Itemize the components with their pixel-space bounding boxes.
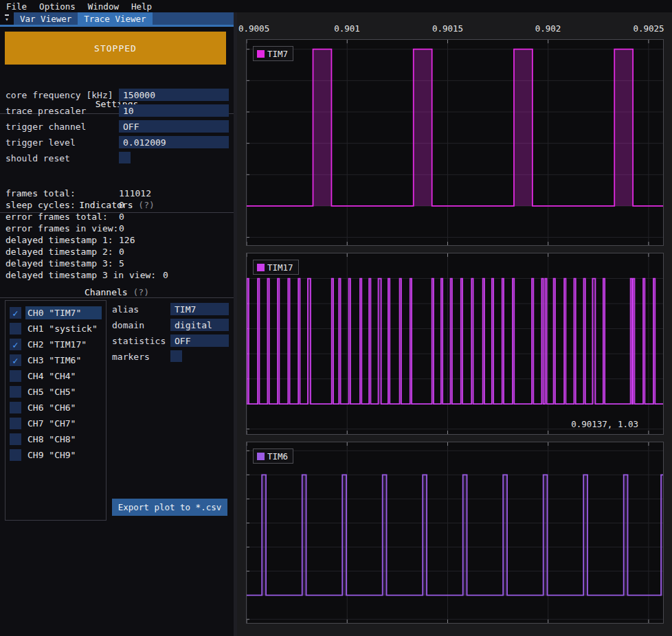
channel-label[interactable]: CH7 "CH7" <box>25 417 102 430</box>
channel-checkbox[interactable] <box>10 418 21 429</box>
legend-label: TIM7 <box>267 49 288 59</box>
legend-label: TIM6 <box>267 451 288 462</box>
channel-label[interactable]: CH4 "CH4" <box>25 370 102 383</box>
channel-label[interactable]: CH9 "CH9" <box>25 448 102 462</box>
indicator-label: frames total: <box>5 188 76 198</box>
channel-row[interactable]: CH8 "CH8" <box>10 431 102 447</box>
chevron-down-icon: ▾ <box>5 14 8 23</box>
markers-checkbox[interactable] <box>170 350 182 362</box>
dock-collapse-button[interactable]: ▾ <box>0 12 14 25</box>
menu-bar: FileOptionsWindowHelp <box>0 0 672 12</box>
settings-label-1: trace prescaler <box>5 106 86 116</box>
checkmark-icon: ✓ <box>12 340 18 350</box>
tab-strip: ▾ Var ViewerTrace Viewer <box>0 12 234 25</box>
channel-checkbox[interactable] <box>10 386 21 398</box>
legend-tim17[interactable]: TIM17 <box>253 260 299 275</box>
settings-label-3: trigger level <box>5 137 76 148</box>
channel-label[interactable]: CH6 "CH6" <box>25 401 102 414</box>
should-reset-checkbox[interactable] <box>119 152 131 163</box>
channel-row[interactable]: ✓CH2 "TIM17" <box>10 337 102 352</box>
channel-detail-label-alias: alias <box>112 304 139 315</box>
channel-detail-value-domain[interactable]: digital <box>170 319 229 331</box>
time-tick-label: 0.9005 <box>238 23 269 34</box>
channel-label[interactable]: CH1 "systick" <box>25 322 102 335</box>
channel-row[interactable]: CH4 "CH4" <box>10 368 102 384</box>
settings-input-2[interactable]: OFF <box>119 120 229 133</box>
channel-row[interactable]: ✓CH0 "TIM7" <box>10 305 102 321</box>
indicator-row: delayed timestamp 3:5 <box>5 258 228 270</box>
channel-row[interactable]: CH5 "CH5" <box>10 384 102 400</box>
settings-input-0[interactable]: 150000 <box>119 89 229 101</box>
channel-label[interactable]: CH0 "TIM7" <box>25 306 102 319</box>
tab-var-viewer[interactable]: Var Viewer <box>14 12 78 25</box>
channel-checkbox[interactable]: ✓ <box>10 339 21 350</box>
indicator-row: error frames in view:0 <box>5 223 228 235</box>
settings-input-3[interactable]: 0.012009 <box>119 136 229 148</box>
time-tick-label: 0.902 <box>535 23 561 34</box>
channels-section-title: Channels (?) <box>0 287 234 297</box>
menu-item-window[interactable]: Window <box>82 1 125 12</box>
settings-input-1[interactable]: 10 <box>119 104 229 117</box>
control-sidebar: STOPPED Settings Indicators (?) Channels… <box>0 27 234 636</box>
legend-tim7[interactable]: TIM7 <box>253 46 293 61</box>
acquisition-state-button[interactable]: STOPPED <box>5 32 226 65</box>
legend-swatch <box>257 264 265 271</box>
tab-bar-filler <box>153 12 234 25</box>
channel-row[interactable]: CH6 "CH6" <box>10 400 102 416</box>
channel-listbox: ✓CH0 "TIM7"CH1 "systick"✓CH2 "TIM17"✓CH3… <box>5 300 107 521</box>
menu-item-options[interactable]: Options <box>33 1 82 12</box>
channel-label[interactable]: CH2 "TIM17" <box>25 338 102 351</box>
indicator-row: delayed timestamp 2:0 <box>5 247 228 258</box>
channel-detail-label-domain: domain <box>112 320 144 330</box>
indicator-row: frames total:111012 <box>5 188 228 200</box>
should-reset-label: should reset <box>5 153 70 163</box>
channel-checkbox[interactable] <box>10 370 21 382</box>
channel-checkbox[interactable]: ✓ <box>10 307 21 319</box>
indicator-value: 111012 <box>119 188 151 198</box>
plot-tim6[interactable]: TIM6 <box>246 442 664 624</box>
channel-checkbox[interactable]: ✓ <box>10 354 21 366</box>
settings-label-2: trigger channel <box>5 122 86 132</box>
indicator-value: 0 <box>163 270 168 280</box>
indicator-value: 5 <box>119 258 124 269</box>
indicator-label: delayed timestamp 3: <box>5 258 113 269</box>
channel-detail-value-alias[interactable]: TIM7 <box>170 303 229 315</box>
indicator-label: error frames in view: <box>5 223 118 234</box>
tab-trace-viewer[interactable]: Trace Viewer <box>78 12 152 25</box>
channel-row[interactable]: CH1 "systick" <box>10 321 102 337</box>
channel-label[interactable]: CH8 "CH8" <box>25 433 102 446</box>
channel-checkbox[interactable] <box>10 433 21 445</box>
plot-tim17[interactable]: TIM170.90137, 1.03 <box>246 253 664 435</box>
legend-swatch <box>257 50 265 58</box>
channel-checkbox[interactable] <box>10 323 21 334</box>
legend-tim6[interactable]: TIM6 <box>253 448 293 464</box>
channel-row[interactable]: CH7 "CH7" <box>10 416 102 431</box>
plot-panel: 0.90050.9010.90150.9020.9025 TIM7 TIM170… <box>237 12 672 636</box>
export-csv-button[interactable]: Export plot to *.csv <box>112 499 227 516</box>
channel-checkbox[interactable] <box>10 449 21 461</box>
channel-detail-value-statistics[interactable]: OFF <box>170 334 229 347</box>
indicator-value: 126 <box>119 235 135 245</box>
indicator-value: 0 <box>119 200 124 210</box>
channels-help-hint[interactable]: (?) <box>133 287 148 297</box>
indicator-label: delayed timestamp 1: <box>5 235 113 245</box>
plot-tim7[interactable]: TIM7 <box>246 39 664 246</box>
menu-item-help[interactable]: Help <box>125 1 158 12</box>
channel-row[interactable]: CH9 "CH9" <box>10 447 102 463</box>
channel-label[interactable]: CH5 "CH5" <box>25 385 102 398</box>
menu-item-file[interactable]: File <box>0 1 33 12</box>
tab-bar: ▾ Var ViewerTrace Viewer <box>0 12 234 27</box>
legend-swatch <box>257 453 265 460</box>
legend-label: TIM17 <box>267 262 293 273</box>
channel-row[interactable]: ✓CH3 "TIM6" <box>10 352 102 368</box>
trace-viewer-app: FileOptionsWindowHelp ▾ Var ViewerTrace … <box>0 0 672 636</box>
checkmark-icon: ✓ <box>12 356 18 365</box>
indicator-value: 0 <box>119 212 124 222</box>
cursor-position-readout: 0.90137, 1.03 <box>571 419 638 429</box>
channel-checkbox[interactable] <box>10 402 21 413</box>
channel-label[interactable]: CH3 "TIM6" <box>25 354 102 367</box>
time-tick-label: 0.9015 <box>432 23 463 34</box>
indicator-row: sleep cycles:0 <box>5 200 228 212</box>
time-tick-label: 0.901 <box>334 23 360 34</box>
indicator-row: delayed timestamp 3 in view:0 <box>5 270 228 282</box>
